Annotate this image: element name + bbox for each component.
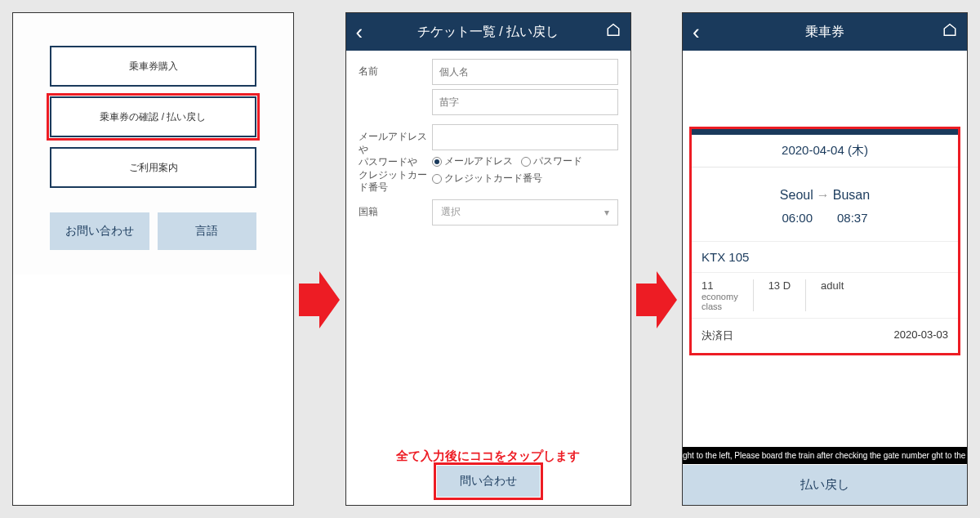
language-button[interactable]: 言語 <box>158 212 257 250</box>
contact-input[interactable] <box>432 124 618 150</box>
svg-marker-1 <box>636 271 677 328</box>
chevron-down-icon: ▾ <box>604 207 609 218</box>
purchase-ticket-button[interactable]: 乗車券購入 <box>50 46 256 87</box>
radio-password[interactable]: パスワード <box>521 154 582 168</box>
inquiry-button[interactable]: お問い合わせ <box>50 212 149 250</box>
svg-marker-0 <box>299 271 340 328</box>
screen2-header: ‹ チケット一覧 / 払い戻し <box>346 13 630 51</box>
back-icon[interactable]: ‹ <box>693 20 700 45</box>
seat-info: 11economy class 13 D adult <box>692 272 958 318</box>
radio-credit[interactable]: クレジットカード番号 <box>432 172 542 185</box>
arrow-icon <box>299 271 340 328</box>
ticket-card[interactable]: 2020-04-04 (木) Seoul→Busan 06:0008:37 KT… <box>691 128 959 354</box>
train-number: KTX 105 <box>692 241 958 272</box>
confirm-refund-button[interactable]: 乗車券の確認 / 払い戻し <box>50 96 256 137</box>
ticket-times: 06:0008:37 <box>692 207 958 241</box>
lastname-input[interactable] <box>432 89 618 115</box>
screen-3-ticket-detail: ‹ 乗車券 2020-04-04 (木) Seoul→Busan 06:0008… <box>682 12 968 506</box>
country-label: 国籍 <box>359 199 432 219</box>
usage-guide-button[interactable]: ご利用案内 <box>50 147 256 188</box>
firstname-input[interactable] <box>432 59 618 85</box>
name-label: 名前 <box>359 59 432 78</box>
country-select[interactable]: 選択 ▾ <box>432 199 618 226</box>
contact-label: メールアドレスや パスワードや クレジットカード番号 <box>359 124 432 194</box>
payment-row: 決済日 2020-03-03 <box>692 318 958 353</box>
header-title: チケット一覧 / 払い戻し <box>417 24 559 41</box>
screen-1-main-menu: 乗車券購入 乗車券の確認 / 払い戻し ご利用案内 お問い合わせ 言語 <box>12 12 294 506</box>
header-title: 乗車券 <box>805 24 844 41</box>
home-icon[interactable] <box>606 23 621 42</box>
home-icon[interactable] <box>942 23 957 42</box>
marquee-notice: ght to the left, Please board the train … <box>683 447 967 464</box>
screen3-header: ‹ 乗車券 <box>683 13 967 51</box>
screen-2-ticket-list-refund: ‹ チケット一覧 / 払い戻し 名前 メールアドレスや パスワードや クレジット… <box>345 12 631 506</box>
back-icon[interactable]: ‹ <box>356 20 363 45</box>
arrow-icon <box>636 271 677 328</box>
radio-email[interactable]: メールアドレス <box>432 154 513 168</box>
arrow-right-icon: → <box>817 188 830 202</box>
refund-button[interactable]: 払い戻し <box>683 465 967 505</box>
ticket-route: Seoul→Busan <box>692 167 958 207</box>
ticket-date: 2020-04-04 (木) <box>692 135 958 167</box>
tutorial-container: 乗車券購入 乗車券の確認 / 払い戻し ご利用案内 お問い合わせ 言語 ‹ チケ… <box>0 0 980 518</box>
submit-inquiry-button[interactable]: 問い合わせ <box>437 466 540 497</box>
